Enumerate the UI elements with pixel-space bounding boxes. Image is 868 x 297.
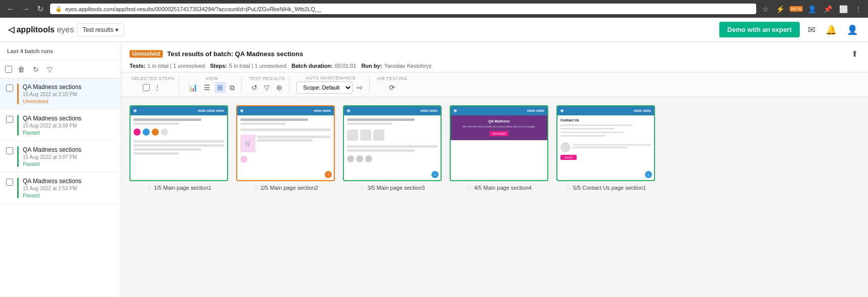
thumb-nav-dots (314, 110, 331, 112)
unresolved-badge: Unresolved (129, 50, 163, 58)
thumbnail-name: 1/5 Main page section1 (154, 185, 211, 191)
pin-button[interactable]: 📌 (821, 4, 834, 14)
bookmark-button[interactable]: ☆ (760, 4, 771, 14)
star-icon[interactable]: ☆ (360, 184, 365, 191)
test-results-section: TEST RESULTS ↺ ▽ ⊛ (245, 76, 289, 93)
top-bar-right: Demo with an expert ✉ 🔔 👤 (719, 22, 860, 37)
sidebar-toolbar: 🗑 ↻ ▽ (0, 61, 121, 78)
thumb-content-line (240, 129, 331, 131)
reload-button[interactable]: ↻ (34, 3, 46, 15)
auto-maintenance-action-button[interactable]: ⇨ (354, 82, 365, 93)
filter-results-button[interactable]: ▽ (262, 82, 272, 93)
ab-testing-section: A/B TESTING ⟳ (373, 76, 411, 93)
list-item[interactable]: QA Madness sections 15 Aug 2022 at 3:07 … (0, 141, 121, 173)
star-icon[interactable]: ☆ (466, 184, 472, 191)
thumb-dots-row (134, 129, 224, 136)
auto-maintenance-label: AUTO MAINTENANCE (306, 75, 356, 80)
thumb-nav-dot (643, 110, 651, 112)
group-results-button[interactable]: ⊛ (274, 82, 285, 93)
profile-button[interactable]: 👤 (806, 4, 818, 14)
thumbnail-label: ☆ 2/5 Main page section2 (253, 184, 318, 191)
thumb-purple-cta: Get started (490, 131, 508, 136)
star-icon[interactable]: ☆ (566, 184, 571, 191)
extensions-button[interactable]: ⚡ (774, 4, 787, 14)
item-info: QA Madness sections 15 Aug 2022 at 2:53 … (23, 178, 115, 198)
select-steps-checkbox[interactable] (143, 84, 150, 91)
ab-testing-button[interactable]: ⟳ (386, 82, 398, 93)
item-name: QA Madness sections (23, 146, 115, 153)
thumbnail-frame[interactable]: Contact Us (556, 105, 655, 181)
tests-meta: Tests: 1 in total | 1 unresolved (129, 63, 205, 69)
thumbnail-frame[interactable]: QA Madness We have the tools to build yo… (450, 105, 548, 181)
refresh-button[interactable]: ↻ (30, 64, 41, 75)
dropdown-label: Test results (82, 26, 113, 33)
bell-icon-button[interactable]: 🔔 (823, 22, 839, 37)
auto-maintenance-section: AUTO MAINTENANCE Scope: DefaultScope: Al… (292, 75, 370, 94)
list-item[interactable]: QA Madness sections 15 Aug 2022 at 2:53 … (0, 173, 121, 204)
thumb-nav-dot (429, 110, 438, 112)
thumbnail-label: ☆ 5/5 Contact Us page section1 (566, 184, 646, 191)
item-info: QA Madness sections 15 Aug 2022 at 3:10 … (23, 83, 115, 104)
test-results-controls: ↺ ▽ ⊛ (249, 82, 285, 93)
list-item[interactable]: QA Madness sections 15 Aug 2022 at 3:09 … (0, 110, 121, 141)
thumbnail-frame[interactable] (129, 105, 228, 181)
forward-button[interactable]: → (19, 3, 32, 15)
thumb-logo-dot (347, 109, 350, 112)
beta-badge: BETA (790, 6, 803, 12)
view-section: VIEW 📊 ☰ ⊞ ⧉ (182, 76, 242, 94)
thumb-content-line (134, 140, 224, 143)
thumb-nav-dot (216, 110, 224, 112)
thumb-circle (143, 129, 150, 136)
steps-meta: Steps: 5 in total | 1 unresolved (210, 63, 286, 69)
item-checkbox[interactable] (6, 147, 13, 154)
item-checkbox[interactable] (6, 179, 13, 186)
thumb-contact-line (560, 128, 615, 130)
status-indicator (17, 178, 19, 198)
select-all-checkbox[interactable] (5, 66, 12, 73)
item-name: QA Madness sections (23, 115, 115, 122)
thumb-nav-dot (314, 110, 322, 112)
thumb-header (344, 106, 441, 115)
mail-icon-button[interactable]: ✉ (806, 22, 817, 37)
thumb-nav-dot (420, 110, 428, 112)
demo-button[interactable]: Demo with an expert (719, 22, 800, 37)
user-icon-button[interactable]: 👤 (845, 22, 860, 37)
logo-suffix: eyes (57, 25, 74, 34)
window-button[interactable]: ⬜ (837, 4, 850, 14)
share-button[interactable]: ⬆ (849, 47, 860, 61)
thumbnail-frame[interactable]: 🛒 (236, 105, 335, 181)
grid-view-button[interactable]: ⊞ (214, 82, 226, 93)
thumb-dots-row (347, 155, 438, 162)
back-button[interactable]: ← (4, 3, 17, 15)
refresh-results-button[interactable]: ↺ (249, 82, 260, 93)
list-view-button[interactable]: ☰ (201, 82, 213, 93)
results-header: Unresolved Test results of batch: QA Mad… (121, 42, 868, 72)
thumb-circle (152, 129, 159, 136)
star-icon[interactable]: ☆ (146, 184, 152, 191)
bar-chart-view-button[interactable]: 📊 (186, 82, 200, 93)
filter-button[interactable]: ▽ (45, 64, 55, 75)
results-meta: Tests: 1 in total | 1 unresolved Steps: … (129, 63, 860, 69)
delete-button[interactable]: 🗑 (15, 64, 27, 75)
thumb-contact-title: Contact Us (560, 118, 651, 122)
browser-chrome: ← → ↻ 🔒 eyes.applitools.com/app/test-res… (0, 0, 868, 18)
thumbnail-frame[interactable]: i (343, 105, 442, 181)
thumb-contact-line (560, 132, 624, 133)
more-options-button[interactable]: ⋮ (151, 82, 163, 93)
item-checkbox[interactable] (6, 116, 13, 123)
address-bar[interactable]: 🔒 eyes.applitools.com/app/test-results/0… (50, 4, 756, 14)
compare-view-button[interactable]: ⧉ (227, 82, 237, 94)
item-date: 15 Aug 2022 at 3:10 PM (23, 92, 115, 97)
star-icon[interactable]: ☆ (253, 184, 258, 191)
list-item[interactable]: QA Madness sections 15 Aug 2022 at 3:10 … (0, 78, 121, 110)
test-results-dropdown[interactable]: Test results ▾ (77, 23, 124, 36)
thumbnail-name: 2/5 Main page section2 (261, 185, 318, 191)
chevron-down-icon: ▾ (115, 26, 118, 33)
thumb-nav-dots (527, 110, 544, 112)
content-area: Unresolved Test results of batch: QA Mad… (121, 42, 868, 296)
item-checkbox[interactable] (6, 84, 13, 92)
logo-area: ◁ applitools eyes Test results ▾ (8, 23, 124, 36)
menu-button[interactable]: ⋮ (853, 4, 864, 14)
scope-select[interactable]: Scope: DefaultScope: All (296, 81, 353, 94)
sidebar-header: Last 4 batch runs (0, 42, 121, 61)
